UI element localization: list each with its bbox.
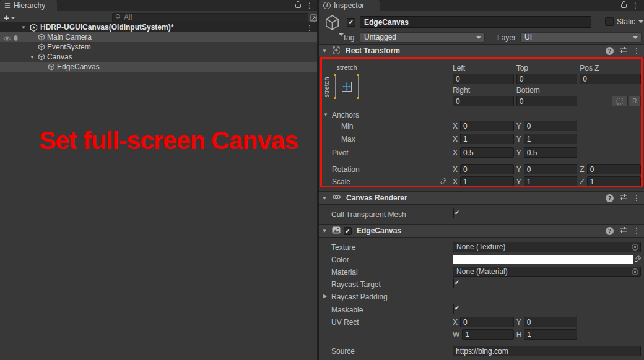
anchors-min-y-field[interactable] xyxy=(524,121,578,131)
static-checkbox[interactable] xyxy=(605,17,614,26)
active-checkbox[interactable]: ✓ xyxy=(347,18,355,27)
tab-hierarchy[interactable]: ☰ Hierarchy xyxy=(0,0,57,11)
source-field[interactable] xyxy=(453,346,641,356)
raycast-target-row: Raycast Target ✓ xyxy=(319,279,644,290)
tag-label: Tag xyxy=(342,33,354,42)
max-label: Max xyxy=(341,135,355,144)
rotation-y-field[interactable] xyxy=(524,164,578,174)
search-input[interactable]: All xyxy=(112,13,308,22)
top-field[interactable] xyxy=(516,74,578,84)
presets-icon[interactable] xyxy=(619,193,627,203)
name-field[interactable] xyxy=(360,16,591,28)
raycast-target-checkbox[interactable]: ✓ xyxy=(453,278,454,288)
scene-row[interactable]: ▼ HDRP-UGUICanvas(OldInputSystem)* ⋮ xyxy=(0,22,317,32)
presets-icon[interactable] xyxy=(619,226,627,236)
texture-object-field[interactable]: None (Texture) xyxy=(453,242,641,252)
help-icon[interactable]: ? xyxy=(606,47,614,55)
uv-y-field[interactable] xyxy=(524,317,578,327)
uv-w-field[interactable] xyxy=(462,329,513,340)
bottom-field[interactable] xyxy=(516,96,578,106)
anchor-preset-side-label: stretch xyxy=(323,75,330,100)
pickability-hand-icon[interactable] xyxy=(12,34,19,43)
maskable-checkbox[interactable]: ✓ xyxy=(453,304,454,314)
kebab-menu-icon[interactable]: ⋮ xyxy=(306,23,313,33)
rect-transform-header[interactable]: ▼ Rect Transform ? ⋮ xyxy=(319,44,644,58)
canvas-renderer-icon xyxy=(332,194,341,202)
foldout-open-icon[interactable]: ▼ xyxy=(322,48,329,54)
scale-z-field[interactable] xyxy=(587,176,641,187)
kebab-menu-icon[interactable]: ⋮ xyxy=(633,226,640,236)
tree-row-eventsystem[interactable]: EventSystem xyxy=(0,42,317,52)
rect-transform-icon xyxy=(332,46,341,56)
component-title: Canvas Renderer xyxy=(346,194,407,202)
blueprint-mode-button[interactable] xyxy=(612,96,628,106)
help-icon[interactable]: ? xyxy=(606,194,614,202)
search-placeholder: All xyxy=(124,14,132,22)
scale-y-field[interactable] xyxy=(524,176,578,187)
posz-field[interactable] xyxy=(580,74,641,84)
unlock-icon[interactable] xyxy=(620,1,627,11)
material-object-field[interactable]: None (Material) xyxy=(453,267,641,277)
foldout-open-icon[interactable]: ▼ xyxy=(21,25,26,30)
anchors-label: Anchors xyxy=(332,111,359,119)
help-icon[interactable]: ? xyxy=(606,227,614,235)
tree-item-label: EventSystem xyxy=(47,43,91,51)
rotation-x-field[interactable] xyxy=(460,164,514,174)
left-field[interactable] xyxy=(453,74,514,84)
anchor-preset-button[interactable]: stretch stretch xyxy=(319,58,393,113)
foldout-open-icon[interactable]: ▼ xyxy=(322,195,329,201)
kebab-menu-icon[interactable]: ⋮ xyxy=(633,193,640,203)
image-icon xyxy=(332,226,341,236)
kebab-menu-icon[interactable]: ⋮ xyxy=(633,46,640,56)
anchors-min-x-field[interactable] xyxy=(460,121,514,131)
search-icon xyxy=(115,14,122,22)
uv-h-field[interactable] xyxy=(524,329,577,340)
component-enabled-checkbox[interactable]: ✓ xyxy=(344,227,352,235)
tag-dropdown[interactable]: Untagged xyxy=(360,32,485,43)
anchors-max-x-field[interactable] xyxy=(460,134,514,144)
gameobject-cube-icon xyxy=(48,63,55,72)
hierarchy-tabbar: ☰ Hierarchy ⋮ xyxy=(0,0,317,11)
object-picker-icon[interactable] xyxy=(631,268,639,278)
foldout-closed-icon[interactable]: ▶ xyxy=(323,293,330,299)
uv-rect-row-2: W H xyxy=(319,329,644,340)
unlinked-scale-icon[interactable] xyxy=(439,177,448,187)
foldout-open-icon[interactable]: ▼ xyxy=(323,112,330,118)
anchors-max-y-field[interactable] xyxy=(524,134,578,144)
foldout-open-icon[interactable]: ▼ xyxy=(30,54,35,60)
object-picker-icon[interactable] xyxy=(631,243,639,254)
pivot-x-field[interactable] xyxy=(460,147,514,158)
canvas-renderer-header[interactable]: ▼ Canvas Renderer ? ⋮ xyxy=(319,191,644,205)
rotation-label: Rotation xyxy=(332,165,360,174)
uv-x-field[interactable] xyxy=(460,317,514,327)
dropdown-caret-icon[interactable] xyxy=(638,20,643,23)
cull-transparent-mesh-checkbox[interactable]: ✓ xyxy=(453,208,454,218)
presets-icon[interactable] xyxy=(619,46,627,56)
kebab-menu-icon[interactable]: ⋮ xyxy=(632,1,639,11)
tab-label: Inspector xyxy=(334,1,364,10)
maskable-label: Maskable xyxy=(331,306,363,314)
unlock-icon[interactable] xyxy=(295,1,302,11)
layer-dropdown[interactable]: UI xyxy=(520,32,642,43)
scale-x-field[interactable] xyxy=(460,176,514,187)
top-label: Top xyxy=(516,64,578,72)
min-label: Min xyxy=(341,122,353,131)
edgecanvas-header[interactable]: ▼ ✓ EdgeCanvas ? ⋮ xyxy=(319,224,644,238)
rotation-z-field[interactable] xyxy=(587,164,641,174)
raw-edit-mode-button[interactable]: R xyxy=(629,96,641,106)
tree-row-canvas[interactable]: ▼ Canvas xyxy=(0,52,317,62)
eyedropper-icon[interactable] xyxy=(633,255,642,265)
pivot-y-field[interactable] xyxy=(524,147,578,158)
gameobject-cube-icon[interactable] xyxy=(324,14,341,33)
tree-row-main-camera[interactable]: Main Camera xyxy=(0,32,317,42)
tree-row-edgecanvas[interactable]: EdgeCanvas xyxy=(0,62,317,72)
foldout-open-icon[interactable]: ▼ xyxy=(322,228,329,234)
dropdown-caret-icon xyxy=(11,17,15,19)
create-object-button[interactable]: + xyxy=(4,12,15,23)
right-field[interactable] xyxy=(453,96,514,106)
gameobject-cube-icon xyxy=(38,33,45,43)
kebab-menu-icon[interactable]: ⋮ xyxy=(306,1,313,11)
color-swatch[interactable] xyxy=(453,255,633,264)
tab-label: Hierarchy xyxy=(14,1,45,10)
tab-inspector[interactable]: i Inspector xyxy=(319,0,380,11)
